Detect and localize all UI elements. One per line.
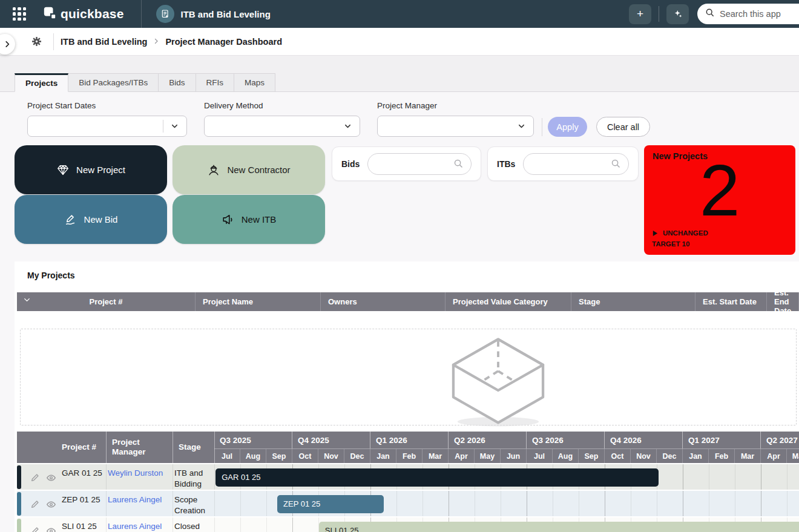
ai-assistant-button[interactable] xyxy=(666,4,689,24)
gantt-month-label: May xyxy=(475,449,501,463)
gantt-month-label: Apr xyxy=(449,449,475,463)
gantt-quarter-q1-2026: Q1 2026 xyxy=(370,432,449,448)
tab-rfis[interactable]: RFIs xyxy=(196,73,235,92)
breadcrumb-chevron-icon xyxy=(153,36,160,47)
gantt-quarter-q4-2025: Q4 2025 xyxy=(292,432,370,448)
gantt-month-label: Feb xyxy=(709,449,735,463)
project-manager-link[interactable]: Laurens Aingel xyxy=(108,494,169,505)
app-search[interactable] xyxy=(697,4,799,24)
app-switcher-icon[interactable] xyxy=(13,7,26,21)
project-number: GAR 01 25 xyxy=(62,468,103,479)
new-project-button[interactable]: New Project xyxy=(15,145,167,194)
gantt-month-label: Sep xyxy=(579,449,605,463)
tab-bid-packages-itbs[interactable]: Bid Packages/ITBs xyxy=(68,73,159,92)
gantt-month-label: Feb xyxy=(396,449,423,463)
project-number: ZEP 01 25 xyxy=(62,494,103,505)
row-accent-bar xyxy=(17,492,21,516)
bid-icon xyxy=(64,213,77,226)
filter-select-project-manager[interactable] xyxy=(377,116,534,137)
gantt-month-label: Jun xyxy=(501,449,527,463)
gantt-quarter-q1-2027: Q1 2027 xyxy=(683,432,761,448)
gantt-month-label: Mar xyxy=(423,449,449,463)
column-header-est-start-date[interactable]: Est. Start Date xyxy=(695,292,767,311)
column-header-stage[interactable]: Stage xyxy=(571,292,695,311)
contractor-icon xyxy=(207,163,220,177)
gem-icon xyxy=(56,163,70,177)
gantt-bar[interactable]: SLI 01 25 xyxy=(319,522,799,532)
kpi-trend: UNCHANGED xyxy=(652,229,708,237)
gantt-month-label: Jan xyxy=(370,449,396,463)
kpi-card-new-projects[interactable]: New Projects 2 UNCHANGED TARGET 10 xyxy=(644,145,795,255)
megaphone-icon xyxy=(222,213,235,226)
column-header-project-name[interactable]: Project Name xyxy=(196,292,321,311)
tab-bids[interactable]: Bids xyxy=(159,73,196,92)
filter-select-project-start-dates[interactable] xyxy=(27,116,187,137)
project-number: SLI 01 25 xyxy=(62,521,103,532)
app-window: quickbase ITB and Bid Leveling + xyxy=(0,0,799,532)
gantt-month-label: Apr xyxy=(761,449,787,463)
filter-label-delivery-method: Delivery Method xyxy=(204,101,263,110)
chevron-down-icon xyxy=(343,122,352,131)
column-header-projected-value-category[interactable]: Projected Value Category xyxy=(446,292,571,311)
add-new-button[interactable]: + xyxy=(629,4,651,24)
project-manager-link[interactable]: Weylin Durston xyxy=(108,468,169,479)
sidebar-expand-button[interactable] xyxy=(0,34,15,54)
new-bid-button[interactable]: New Bid xyxy=(15,195,167,244)
view-record-icon[interactable] xyxy=(46,499,56,512)
current-app[interactable]: ITB and Bid Leveling xyxy=(156,5,271,23)
gantt-column-header-project-manager: Project Manager xyxy=(112,432,173,463)
projects-gantt-chart: Project #Project ManagerStage Q3 2025Q4 … xyxy=(17,432,799,532)
gantt-month-label: Aug xyxy=(553,449,579,463)
column-header-owners[interactable]: Owners xyxy=(321,292,446,311)
gantt-bar[interactable]: GAR 01 25 xyxy=(215,468,659,487)
itbs-search-input[interactable] xyxy=(523,153,629,175)
search-input[interactable] xyxy=(720,9,786,19)
gantt-row-zep-01-25: ZEP 01 25Laurens AingelScope CreationZEP… xyxy=(17,490,799,516)
kpi-target: TARGET 10 xyxy=(652,240,689,248)
edit-record-icon[interactable] xyxy=(30,499,40,511)
top-nav-bar: quickbase ITB and Bid Leveling + xyxy=(0,0,799,28)
gantt-row-timeline: GAR 01 25 xyxy=(214,464,799,490)
breadcrumb-app-link[interactable]: ITB and Bid Leveling xyxy=(61,37,147,47)
app-name: ITB and Bid Leveling xyxy=(181,9,271,19)
column-header-est-end-date[interactable]: Est. End Date xyxy=(767,292,799,311)
tab-maps[interactable]: Maps xyxy=(234,73,275,92)
gantt-header: Project #Project ManagerStage Q3 2025Q4 … xyxy=(17,432,799,463)
bids-search-input[interactable] xyxy=(367,153,472,175)
gantt-month-label: Dec xyxy=(344,449,370,463)
gantt-row-gar-01-25: GAR 01 25Weylin DurstonITB and BiddingGA… xyxy=(17,463,799,490)
project-manager-link[interactable]: Laurens Aingel xyxy=(108,521,169,532)
filter-select-delivery-method[interactable] xyxy=(204,116,360,137)
view-record-icon[interactable] xyxy=(46,473,56,485)
kpi-value: 2 xyxy=(644,150,795,230)
empty-drop-zone xyxy=(20,329,797,425)
project-stage: Scope Creation xyxy=(174,494,213,516)
my-projects-table-header: Project #Project NameOwnersProjected Val… xyxy=(17,292,799,311)
app-icon xyxy=(156,5,174,23)
apply-filters-button[interactable]: Apply xyxy=(548,117,587,137)
new-itb-button[interactable]: New ITB xyxy=(173,195,325,244)
search-icon xyxy=(611,159,621,169)
gantt-bar[interactable]: ZEP 01 25 xyxy=(277,495,384,513)
row-accent-bar xyxy=(17,465,21,489)
column-header-project-[interactable]: Project # xyxy=(17,292,196,311)
edit-record-icon[interactable] xyxy=(30,473,40,485)
clear-filters-button[interactable]: Clear all xyxy=(596,117,650,137)
empty-box-icon xyxy=(441,334,556,430)
gantt-column-header-stage: Stage xyxy=(179,432,215,463)
settings-gear-icon[interactable] xyxy=(31,36,42,50)
breadcrumb: ITB and Bid Leveling Project Manager Das… xyxy=(61,28,282,56)
new-contractor-button[interactable]: New Contractor xyxy=(173,145,325,194)
edit-record-icon[interactable] xyxy=(30,526,40,532)
quickbase-logo[interactable]: quickbase xyxy=(43,6,124,22)
bids-label: Bids xyxy=(341,159,360,169)
tab-projects[interactable]: Projects xyxy=(15,73,68,92)
project-stage: ITB and Bidding xyxy=(174,468,213,489)
view-record-icon[interactable] xyxy=(46,526,56,532)
row-accent-bar xyxy=(17,519,21,532)
gantt-left-header: Project #Project ManagerStage xyxy=(17,432,214,463)
gantt-month-label: Aug xyxy=(240,449,266,463)
chevron-down-icon[interactable] xyxy=(22,295,31,306)
search-icon xyxy=(453,159,464,169)
gantt-quarter-q2-2026: Q2 2026 xyxy=(449,432,527,448)
